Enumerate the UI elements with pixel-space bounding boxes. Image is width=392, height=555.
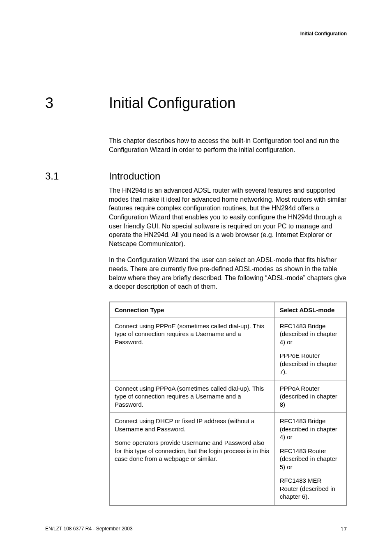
table-cell: Connect using PPPoE (sometimes called di…: [109, 318, 274, 380]
cell-text: Connect using PPPoA (sometimes called di…: [115, 385, 270, 409]
intro-paragraph: This chapter describes how to access the…: [109, 136, 347, 154]
cell-text: RFC1483 Router (described in chapter 5) …: [280, 447, 341, 471]
cell-text: Connect using DHCP or fixed IP address (…: [115, 417, 270, 433]
cell-text: PPPoA Router (described in chapter 8): [280, 385, 341, 409]
cell-text: Some operators provide Username and Pass…: [115, 439, 270, 463]
cell-text: Connect using PPPoE (sometimes called di…: [115, 322, 270, 346]
table-cell: RFC1483 Bridge (described in chapter 4) …: [274, 318, 346, 380]
chapter-number: 3: [45, 94, 109, 112]
section-number: 3.1: [45, 170, 109, 182]
cell-text: RFC1483 Bridge (described in chapter 4) …: [280, 417, 341, 441]
chapter-title: Initial Configuration: [109, 94, 235, 112]
adsl-modes-table: Connection Type Select ADSL-mode Connect…: [109, 302, 347, 506]
table-cell: RFC1483 Bridge (described in chapter 4) …: [274, 413, 346, 505]
table-row: Connect using DHCP or fixed IP address (…: [109, 413, 346, 505]
body-paragraph: In the Configuration Wizard the user can…: [109, 256, 347, 291]
chapter-heading: 3 Initial Configuration: [45, 94, 347, 112]
section-heading: 3.1 Introduction: [45, 170, 347, 182]
cell-text: RFC1483 MER Router (described in chapter…: [280, 477, 341, 501]
page-footer: EN/LZT 108 6377 R4 - September 2003 17: [45, 526, 347, 532]
table-cell: Connect using DHCP or fixed IP address (…: [109, 413, 274, 505]
cell-text: RFC1483 Bridge (described in chapter 4) …: [280, 322, 341, 346]
section-title: Introduction: [109, 170, 160, 182]
table-header-select-mode: Select ADSL-mode: [274, 302, 346, 318]
table-cell: Connect using PPPoA (sometimes called di…: [109, 380, 274, 413]
cell-text: PPPoE Router (described in chapter 7).: [280, 352, 341, 376]
footer-page-number: 17: [340, 526, 347, 532]
footer-doc-id: EN/LZT 108 6377 R4 - September 2003: [45, 526, 133, 532]
table-header-connection-type: Connection Type: [109, 302, 274, 318]
table-row: Connect using PPPoA (sometimes called di…: [109, 380, 346, 413]
body-paragraph: The HN294d is an advanced ADSL router wi…: [109, 186, 347, 248]
table-row: Connect using PPPoE (sometimes called di…: [109, 318, 346, 380]
running-header: Initial Configuration: [300, 31, 347, 37]
table-cell: PPPoA Router (described in chapter 8): [274, 380, 346, 413]
